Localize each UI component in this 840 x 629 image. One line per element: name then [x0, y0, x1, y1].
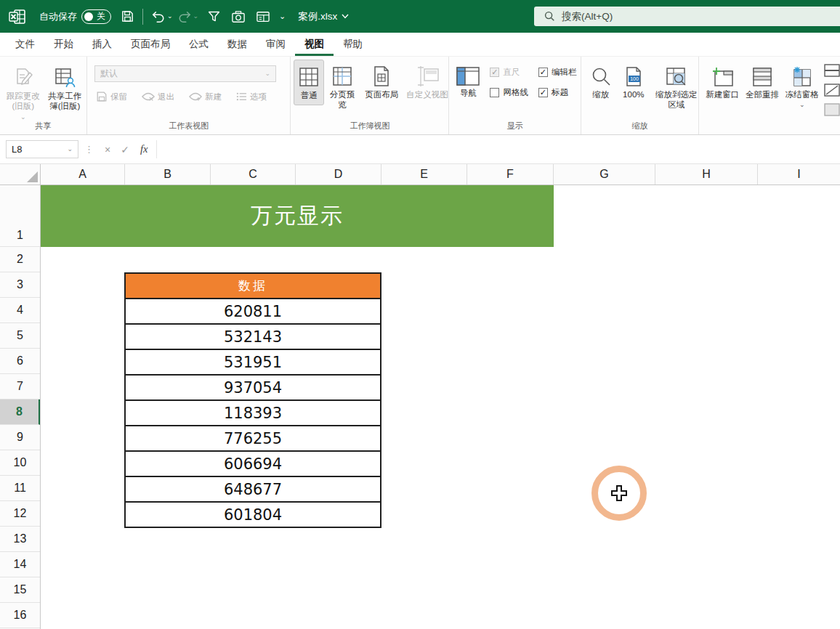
- tab-home[interactable]: 开始: [44, 33, 83, 56]
- table-cell[interactable]: 620811: [126, 298, 380, 323]
- row-header[interactable]: 15: [0, 577, 40, 603]
- column-header[interactable]: H: [655, 164, 758, 184]
- table-cell[interactable]: 531951: [126, 349, 380, 374]
- camera-button[interactable]: [229, 8, 248, 25]
- table-cell[interactable]: 937054: [126, 374, 380, 399]
- column-header[interactable]: G: [554, 164, 655, 184]
- column-header[interactable]: D: [296, 164, 381, 184]
- row-header[interactable]: 4: [0, 298, 40, 323]
- tab-page-layout[interactable]: 页面布局: [121, 33, 179, 56]
- group-label-sheet-view: 工作表视图: [87, 121, 290, 131]
- row-header[interactable]: 10: [0, 450, 40, 476]
- undo-button[interactable]: ⌄: [149, 8, 175, 25]
- search-icon: [544, 11, 555, 22]
- row-header[interactable]: 13: [0, 527, 40, 552]
- unhide-icon[interactable]: [824, 103, 840, 116]
- custom-views-label: 自定义视图: [406, 89, 448, 100]
- table-cell[interactable]: 606694: [126, 450, 380, 476]
- column-header[interactable]: C: [211, 164, 296, 184]
- column-header[interactable]: B: [125, 164, 211, 184]
- column-headers: A B C D E F G H I: [0, 164, 840, 185]
- undo-icon: [151, 10, 166, 23]
- row-header[interactable]: 7: [0, 374, 40, 399]
- row-header[interactable]: 16: [0, 603, 40, 628]
- title-banner-cell[interactable]: 万元显示: [41, 185, 554, 247]
- share-workbook-button[interactable]: 共享工作簿(旧版): [47, 61, 84, 121]
- row-header[interactable]: 1: [0, 185, 40, 247]
- column-header[interactable]: A: [41, 164, 125, 184]
- table-cell[interactable]: 118393: [126, 399, 380, 425]
- form-button[interactable]: [254, 8, 272, 25]
- freeze-panes-button[interactable]: 冻结窗格 ⌄: [784, 61, 820, 108]
- view-options-button[interactable]: 选项: [236, 92, 267, 102]
- row-header[interactable]: 6: [0, 349, 40, 374]
- arrange-all-button[interactable]: 全部重排: [745, 61, 780, 100]
- tab-help[interactable]: 帮助: [334, 33, 372, 56]
- customize-toolbar-button[interactable]: ⌄: [277, 10, 288, 23]
- headings-checkbox[interactable]: 标题: [538, 87, 577, 98]
- tab-data[interactable]: 数据: [218, 33, 257, 56]
- new-view-button[interactable]: 新建: [189, 92, 222, 102]
- tab-review[interactable]: 审阅: [257, 33, 295, 56]
- normal-view-icon: [298, 66, 320, 88]
- table-cell[interactable]: 776255: [126, 425, 380, 450]
- save-button[interactable]: [118, 7, 137, 25]
- title-bar: 自动保存 关 ⌄ ⌄: [0, 0, 840, 33]
- track-changes-button[interactable]: 跟踪更改(旧版) ⌄: [4, 61, 42, 121]
- tab-insert[interactable]: 插入: [83, 33, 121, 56]
- row-header[interactable]: 12: [0, 501, 40, 527]
- gridlines-label: 网格线: [503, 87, 528, 98]
- split-icon[interactable]: [824, 64, 840, 77]
- tab-formulas[interactable]: 公式: [179, 33, 218, 56]
- table-cell[interactable]: 601804: [126, 501, 380, 527]
- tab-file[interactable]: 文件: [6, 33, 44, 56]
- row-header[interactable]: 3: [0, 272, 40, 298]
- row-header[interactable]: 11: [0, 476, 40, 501]
- sheet-canvas[interactable]: 万元显示 数据 620811 532143 531951 937054 1183…: [41, 185, 840, 629]
- filter-button[interactable]: [205, 7, 223, 25]
- row-header[interactable]: 14: [0, 552, 40, 577]
- custom-views-button[interactable]: 自定义视图: [406, 60, 449, 100]
- hide-icon[interactable]: [824, 84, 840, 97]
- chevron-down-icon: ⌄: [167, 13, 173, 20]
- zoom-100-button[interactable]: 100 100%: [618, 61, 648, 100]
- checkbox-checked-icon: [538, 68, 548, 77]
- table-cell[interactable]: 532143: [126, 323, 380, 349]
- page-layout-view-button[interactable]: 页面布局: [360, 60, 403, 100]
- column-header[interactable]: I: [758, 164, 840, 184]
- row-header[interactable]: 9: [0, 425, 40, 450]
- ribbon: 跟踪更改(旧版) ⌄ 共享工作簿(旧版) 共享: [0, 57, 840, 135]
- zoom-to-selection-button[interactable]: 缩放到选定区域: [654, 61, 698, 110]
- cancel-icon[interactable]: ×: [105, 144, 110, 155]
- search-input[interactable]: 搜索(Alt+Q): [534, 7, 840, 26]
- keep-view-button[interactable]: 保留: [96, 91, 127, 102]
- autosave-toggle[interactable]: 关: [81, 9, 111, 24]
- gridlines-checkbox[interactable]: 网格线: [490, 87, 528, 98]
- row-header[interactable]: 5: [0, 323, 40, 349]
- table-header-cell[interactable]: 数据: [126, 274, 380, 298]
- chevron-down-icon: ⌄: [20, 114, 26, 121]
- zoom-button[interactable]: 缩放: [589, 61, 613, 100]
- zoom-100-label: 100%: [623, 89, 644, 100]
- table-cell[interactable]: 648677: [126, 476, 380, 501]
- formula-input[interactable]: [156, 140, 840, 158]
- row-header-selected[interactable]: 8: [0, 399, 40, 425]
- column-header[interactable]: F: [467, 164, 554, 184]
- tab-view[interactable]: 视图: [295, 33, 334, 56]
- enter-icon[interactable]: ✓: [121, 144, 129, 155]
- insert-function-icon[interactable]: fx: [140, 143, 148, 155]
- sheet-view-dropdown[interactable]: 默认 ⌄: [94, 65, 276, 82]
- navigation-button[interactable]: 导航: [456, 61, 480, 98]
- redo-button[interactable]: ⌄: [175, 8, 201, 25]
- page-break-preview-button[interactable]: 分页预览: [327, 60, 358, 110]
- exit-view-button[interactable]: 退出: [142, 92, 174, 102]
- row-header[interactable]: 2: [0, 247, 40, 272]
- normal-view-button[interactable]: 普通: [294, 60, 324, 105]
- filename-button[interactable]: 案例.xlsx: [298, 10, 349, 23]
- select-all-corner[interactable]: [0, 164, 41, 184]
- column-header[interactable]: E: [381, 164, 467, 184]
- formula-bar-checkbox[interactable]: 编辑栏: [538, 67, 577, 78]
- new-window-button[interactable]: 新建窗口: [705, 61, 740, 100]
- name-box[interactable]: L8 ⌄: [6, 140, 78, 158]
- ruler-checkbox[interactable]: 直尺: [490, 67, 528, 78]
